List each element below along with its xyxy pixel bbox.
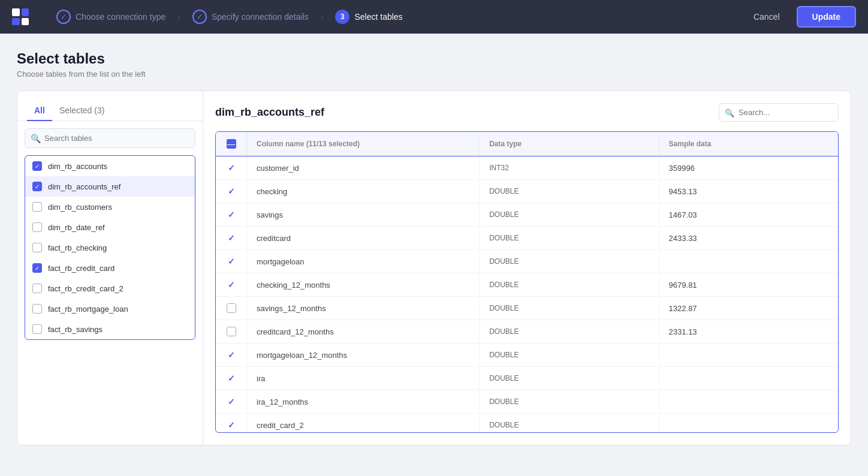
column-checkbox[interactable]: ✓ xyxy=(216,344,247,366)
table-item[interactable]: fact_rb_credit_card_2 xyxy=(25,278,195,299)
column-search-icon: 🔍 xyxy=(725,108,734,117)
column-name: ira xyxy=(247,367,480,390)
table-item-label: dim_rb_accounts_ref xyxy=(48,182,120,191)
column-check-icon: ✓ xyxy=(228,280,235,290)
table-item[interactable]: ✓dim_rb_accounts xyxy=(25,156,195,176)
table-checkbox[interactable]: ✓ xyxy=(32,263,42,273)
column-checkbox[interactable]: ✓ xyxy=(216,414,247,432)
table-item[interactable]: dim_rb_customers xyxy=(25,197,195,217)
column-row: ✓ credit_card_2 DOUBLE xyxy=(216,414,838,432)
table-checkbox[interactable] xyxy=(32,202,42,212)
column-checkbox[interactable]: ✓ xyxy=(216,227,247,249)
column-check-icon: ✓ xyxy=(228,420,235,430)
table-checkbox[interactable] xyxy=(32,243,42,252)
table-item-label: dim_rb_date_ref xyxy=(48,223,105,232)
column-row: ✓ checking_12_months DOUBLE 9679.81 xyxy=(216,273,838,297)
column-name: creditcard xyxy=(247,227,480,249)
col-header-sample: Sample data xyxy=(659,132,838,155)
steps-bar: ✓ Choose connection type › ✓ Specify con… xyxy=(47,10,744,24)
page-subtitle: Choose tables from the list on the left xyxy=(17,70,851,79)
column-sample: 359996 xyxy=(659,157,838,179)
tab-all[interactable]: All xyxy=(27,101,52,121)
table-item[interactable]: ✓dim_rb_accounts_ref xyxy=(25,176,195,197)
column-row: ✓ mortgageloan_12_months DOUBLE xyxy=(216,344,838,367)
step-3: 3 Select tables xyxy=(326,10,412,24)
page-content: Select tables Choose tables from the lis… xyxy=(0,34,868,457)
tabs-row: All Selected (3) xyxy=(17,91,203,121)
step-3-label: Select tables xyxy=(354,12,402,22)
column-checkbox[interactable]: ✓ xyxy=(216,390,247,413)
column-type: DOUBLE xyxy=(480,204,659,225)
column-type: DOUBLE xyxy=(480,227,659,249)
table-item-label: fact_rb_savings xyxy=(48,325,103,334)
column-name: mortgageloan xyxy=(247,251,480,273)
column-checkbox[interactable]: ✓ xyxy=(216,180,247,203)
column-check-icon: ✓ xyxy=(228,163,235,173)
step-1-icon: ✓ xyxy=(56,10,71,24)
table-item[interactable]: dim_rb_date_ref xyxy=(25,217,195,237)
table-item-label: fact_rb_checking xyxy=(48,243,107,252)
table-checkbox[interactable]: ✓ xyxy=(32,182,42,191)
column-row: ✓ savings DOUBLE 1467.03 xyxy=(216,203,838,227)
column-check-icon: ✓ xyxy=(228,350,235,360)
column-row: ✓ ira DOUBLE xyxy=(216,367,838,390)
step-2-icon: ✓ xyxy=(192,10,207,24)
table-search-box: 🔍 xyxy=(25,128,195,148)
table-checkbox[interactable] xyxy=(32,284,42,293)
column-sample xyxy=(659,418,838,432)
column-row: creditcard_12_months DOUBLE 2331.13 xyxy=(216,320,838,344)
column-search-box: 🔍 xyxy=(719,103,839,122)
cancel-button[interactable]: Cancel xyxy=(744,7,789,26)
column-checkbox[interactable]: ✓ xyxy=(216,156,247,179)
column-uncheck-icon xyxy=(227,303,236,313)
column-type: DOUBLE xyxy=(480,321,659,342)
column-type: DOUBLE xyxy=(480,274,659,296)
column-checkbox[interactable]: ✓ xyxy=(216,367,247,390)
column-name: creditcard_12_months xyxy=(247,321,480,343)
column-type: DOUBLE xyxy=(480,344,659,366)
column-type: DOUBLE xyxy=(480,367,659,389)
tab-selected[interactable]: Selected (3) xyxy=(52,101,111,121)
column-check-icon: ✓ xyxy=(228,397,235,406)
update-button[interactable]: Update xyxy=(797,6,856,28)
app-logo xyxy=(12,8,29,25)
content-layout: All Selected (3) 🔍 ✓dim_rb_accounts✓dim_… xyxy=(17,91,851,445)
table-item[interactable]: fact_rb_savings xyxy=(25,319,195,339)
column-checkbox[interactable] xyxy=(216,320,247,343)
column-name: customer_id xyxy=(247,157,480,179)
right-panel: dim_rb_accounts_ref 🔍 — Column name (11/… xyxy=(203,91,851,445)
table-item[interactable]: fact_rb_mortgage_loan xyxy=(25,299,195,319)
column-check-icon: ✓ xyxy=(228,186,235,196)
table-item[interactable]: ✓fact_rb_credit_card xyxy=(25,258,195,278)
partial-check-icon: — xyxy=(227,139,236,149)
column-checkbox[interactable]: ✓ xyxy=(216,273,247,296)
table-checkbox[interactable] xyxy=(32,324,42,334)
column-uncheck-icon xyxy=(227,327,236,336)
table-checkbox[interactable]: ✓ xyxy=(32,161,42,171)
selected-table-title: dim_rb_accounts_ref xyxy=(215,106,324,119)
column-checkbox[interactable]: ✓ xyxy=(216,203,247,226)
column-check-icon: ✓ xyxy=(228,233,235,243)
column-row: ✓ customer_id INT32 359996 xyxy=(216,156,838,180)
right-header: dim_rb_accounts_ref 🔍 xyxy=(215,103,839,122)
column-sample xyxy=(659,395,838,408)
table-checkbox[interactable] xyxy=(32,222,42,232)
column-checkbox[interactable]: ✓ xyxy=(216,250,247,273)
column-checkbox[interactable] xyxy=(216,297,247,320)
table-checkbox[interactable] xyxy=(32,304,42,314)
select-all-checkbox[interactable]: — xyxy=(216,132,247,156)
table-item[interactable]: fact_rb_checking xyxy=(25,237,195,258)
column-row: ✓ checking DOUBLE 9453.13 xyxy=(216,180,838,203)
column-row: ✓ ira_12_months DOUBLE xyxy=(216,390,838,414)
topnav: ✓ Choose connection type › ✓ Specify con… xyxy=(0,0,868,34)
column-search-input[interactable] xyxy=(719,103,839,122)
column-name: savings xyxy=(247,204,480,226)
column-sample: 1467.03 xyxy=(659,204,838,226)
column-sample: 9679.81 xyxy=(659,274,838,296)
column-check-icon: ✓ xyxy=(228,257,235,266)
table-list: ✓dim_rb_accounts✓dim_rb_accounts_refdim_… xyxy=(25,155,195,340)
column-type: INT32 xyxy=(480,157,659,179)
column-sample xyxy=(659,348,838,361)
table-item-label: fact_rb_mortgage_loan xyxy=(48,305,128,314)
search-input[interactable] xyxy=(25,128,195,148)
